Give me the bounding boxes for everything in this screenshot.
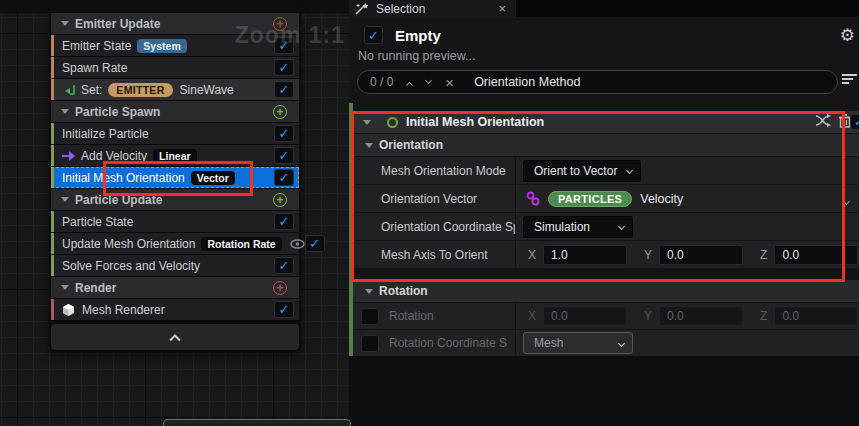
mesh-axis-y-input[interactable] [659, 245, 743, 265]
override-checkbox[interactable] [361, 335, 379, 352]
node-fragment-below[interactable] [163, 419, 351, 426]
category-label: Orientation [379, 138, 443, 152]
group-header-particle-update[interactable]: Particle Update + [51, 189, 299, 210]
chevron-down-icon [626, 167, 633, 174]
emitter-stack-node[interactable]: Emitter Update + Emitter State System ✓ … [49, 13, 301, 352]
module-label: Mesh Renderer [82, 303, 165, 317]
orientation-coordinate-space-dropdown[interactable]: Simulation [523, 216, 633, 238]
dropdown-value: Orient to Vector [534, 164, 617, 178]
search-clear-button[interactable]: × [445, 75, 454, 90]
zoom-level-overlay: Zoom 1:1 [235, 22, 345, 49]
tab-selection[interactable]: Selection × [349, 0, 516, 17]
rotation-coordinate-space-dropdown[interactable]: Mesh [523, 332, 633, 354]
module-enabled-checkbox[interactable]: ✓ [274, 169, 294, 186]
module-row-solve-forces-velocity[interactable]: Solve Forces and Velocity ✓ [51, 255, 299, 276]
collapse-triangle-icon[interactable] [365, 143, 373, 148]
mesh-cube-icon [62, 303, 75, 317]
axis-y-label: Y [644, 248, 652, 262]
mesh-orientation-mode-dropdown[interactable]: Orient to Vector [523, 160, 641, 182]
axis-y-label: Y [644, 309, 652, 323]
module-enabled-checkbox[interactable]: ✓ [274, 125, 294, 142]
group-label: Particle Update [75, 193, 162, 207]
property-label: Mesh Orientation Mode [353, 157, 515, 184]
collapse-triangle-icon[interactable] [61, 21, 69, 26]
category-rotation[interactable]: Rotation [353, 280, 859, 303]
emitter-name: Empty [395, 27, 441, 44]
search-prev-button[interactable] [407, 80, 412, 85]
emitter-enabled-checkbox[interactable]: ✓ [364, 26, 383, 44]
module-label: Initial Mesh Orientation [62, 171, 185, 185]
emitter-namespace-badge: EMITTER [108, 83, 172, 97]
module-row-initial-mesh-orientation[interactable]: Initial Mesh Orientation Vector ✓ [51, 167, 299, 188]
graph-top-bar [0, 0, 349, 13]
module-badge: System [137, 39, 186, 53]
module-details-header[interactable]: Initial Mesh Orientation ✓ [353, 111, 859, 134]
preview-status-text: No running preview... [358, 49, 475, 63]
mesh-axis-z-input[interactable] [774, 245, 858, 265]
category-orientation[interactable]: Orientation [353, 134, 859, 157]
module-label: Spawn Rate [62, 61, 127, 75]
collapse-stack-button[interactable] [51, 324, 299, 350]
module-enabled-checkbox[interactable]: ✓ [305, 235, 325, 252]
module-row-add-velocity[interactable]: Add Velocity Linear ✓ [51, 145, 299, 166]
add-renderer-icon[interactable]: + [273, 281, 287, 295]
collapse-triangle-icon[interactable] [61, 285, 69, 290]
search-result-count: 0 / 0 [370, 75, 393, 89]
rotation-z-input[interactable] [774, 306, 858, 326]
property-label: Mesh Axis To Orient [353, 241, 515, 268]
search-query-text[interactable]: Orientation Method [474, 75, 580, 89]
module-enabled-checkbox[interactable]: ✓ [274, 301, 294, 318]
add-module-icon[interactable]: + [273, 105, 287, 119]
module-label: Update Mesh Orientation [62, 237, 195, 251]
gear-icon[interactable]: ⚙ [840, 25, 855, 46]
group-label: Particle Spawn [75, 105, 160, 119]
property-row-rotation: Rotation X Y Z [353, 303, 859, 330]
tab-label: Selection [376, 2, 425, 16]
collapse-triangle-icon[interactable] [363, 120, 371, 125]
property-row-mesh-orientation-mode: Mesh Orientation Mode Orient to Vector [353, 157, 859, 185]
rotation-y-input[interactable] [659, 306, 743, 326]
module-enabled-checkbox[interactable]: ✓ [274, 81, 294, 98]
search-next-button[interactable] [426, 81, 431, 83]
dropdown-value: Mesh [534, 336, 563, 350]
close-tab-icon[interactable]: × [498, 2, 506, 15]
module-row-set-emitter-sinewave[interactable]: Set: EMITTER SineWave ✓ [51, 79, 299, 100]
module-label: Emitter State [62, 39, 131, 53]
collapse-triangle-icon[interactable] [365, 289, 373, 294]
add-module-icon[interactable]: + [273, 193, 287, 207]
details-spacer [353, 103, 859, 111]
module-row-particle-state[interactable]: Particle State ✓ [51, 211, 299, 232]
module-row-mesh-renderer[interactable]: Mesh Renderer ✓ [51, 299, 299, 320]
chevron-up-icon [169, 334, 180, 345]
property-label: Rotation [389, 309, 434, 323]
override-checkbox[interactable] [361, 308, 379, 325]
visibility-eye-icon[interactable] [290, 239, 305, 249]
axis-x-label: X [528, 248, 536, 262]
module-enabled-checkbox[interactable]: ✓ [274, 59, 294, 76]
module-enabled-checkbox[interactable]: ✓ [850, 114, 859, 130]
collapse-triangle-icon[interactable] [61, 109, 69, 114]
emitter-summary-row: ✓ Empty [364, 26, 441, 44]
category-label: Rotation [379, 284, 428, 298]
module-row-spawn-rate[interactable]: Spawn Rate ✓ [51, 57, 299, 78]
property-label: Rotation Coordinate S [389, 336, 507, 350]
group-header-render[interactable]: Render + [51, 277, 299, 298]
module-badge: Rotation Rate [201, 237, 281, 251]
rotation-x-input[interactable] [543, 306, 627, 326]
module-row-update-mesh-orientation[interactable]: Update Mesh Orientation Rotation Rate ✓ [51, 233, 299, 254]
value-options-chevron-icon[interactable] [844, 190, 849, 208]
module-enabled-checkbox[interactable]: ✓ [274, 213, 294, 230]
search-bar[interactable]: 0 / 0 × Orientation Method [357, 70, 838, 94]
property-row-rotation-coordinate-space: Rotation Coordinate S Mesh [353, 330, 859, 357]
module-row-initialize-particle[interactable]: Initialize Particle ✓ [51, 123, 299, 144]
mesh-axis-x-input[interactable] [543, 245, 627, 265]
filter-icon[interactable] [842, 74, 857, 88]
particles-namespace-badge: PARTICLES [548, 191, 632, 207]
niagara-editor: Zoom 1:1 Emitter Update + Emitter State … [0, 0, 859, 426]
linked-parameter-name[interactable]: Velocity [640, 192, 683, 206]
collapse-triangle-icon[interactable] [61, 197, 69, 202]
version-shuffle-icon[interactable] [815, 114, 831, 128]
group-header-particle-spawn[interactable]: Particle Spawn + [51, 101, 299, 122]
module-enabled-checkbox[interactable]: ✓ [274, 257, 294, 274]
module-enabled-checkbox[interactable]: ✓ [274, 147, 294, 164]
